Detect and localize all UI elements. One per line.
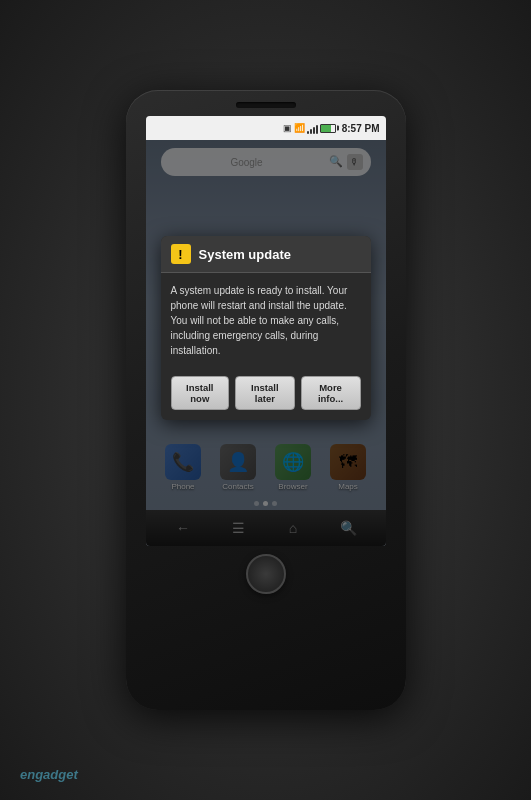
signal-bar-3	[313, 127, 315, 134]
signal-bar-4	[316, 125, 318, 134]
phone-speaker	[236, 102, 296, 108]
more-info-button[interactable]: More info...	[301, 376, 361, 410]
phone-device: ▣ 📶 8:57 PM G	[126, 90, 406, 710]
phone-home-button[interactable]	[246, 554, 286, 594]
warning-icon: !	[171, 244, 191, 264]
install-later-button[interactable]: Install later	[235, 376, 295, 410]
signal-icon: 📶	[294, 123, 305, 133]
scene: engadget ▣ 📶	[0, 0, 531, 800]
dialog-overlay: ! System update A system update is ready…	[146, 140, 386, 546]
status-bar: ▣ 📶 8:57 PM	[146, 116, 386, 140]
status-time: 8:57 PM	[342, 123, 380, 134]
engadget-logo: engadget	[20, 767, 78, 782]
wifi-icon: ▣	[283, 123, 292, 133]
dialog-title: System update	[199, 247, 291, 262]
homescreen: Google 🔍 🎙 ! System update A system upda…	[146, 140, 386, 546]
signal-bars	[307, 123, 318, 134]
phone-screen: ▣ 📶 8:57 PM G	[146, 116, 386, 546]
signal-bar-1	[307, 131, 309, 134]
dialog-buttons: Install now Install later More info...	[161, 368, 371, 420]
system-update-dialog: ! System update A system update is ready…	[161, 236, 371, 420]
battery-fill	[321, 125, 331, 132]
signal-bar-2	[310, 129, 312, 134]
battery-icon	[320, 124, 336, 133]
install-now-button[interactable]: Install now	[171, 376, 230, 410]
dialog-body: A system update is ready to install. You…	[161, 273, 371, 368]
status-icons: ▣ 📶	[283, 123, 336, 134]
dialog-title-bar: ! System update	[161, 236, 371, 273]
